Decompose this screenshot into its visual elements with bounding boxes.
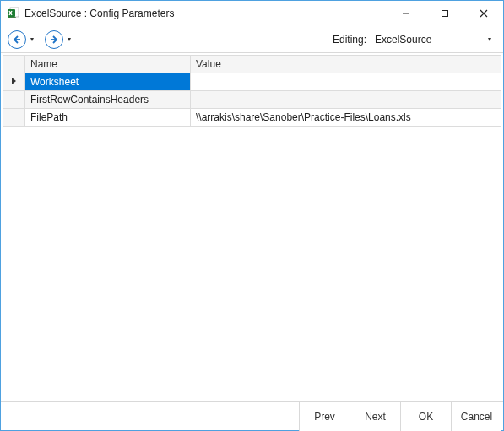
chevron-down-icon: ▾ bbox=[488, 35, 491, 43]
editing-combo[interactable]: ExcelSource ▾ bbox=[370, 30, 496, 49]
toolbar: ▾ ▾ Editing: ExcelSource ▾ bbox=[1, 26, 503, 53]
cell-value[interactable]: \\arrakis\share\Sanober\Practice-Files\L… bbox=[191, 109, 501, 127]
grid-row[interactable]: FilePath \\arrakis\share\Sanober\Practic… bbox=[3, 109, 501, 127]
prev-button[interactable]: Prev bbox=[299, 402, 350, 431]
grid-header-indicator[interactable] bbox=[3, 56, 25, 73]
ok-button[interactable]: OK bbox=[400, 402, 451, 431]
dialog-window: ExcelSource : Config Parameters ▾ ▾ Edit… bbox=[0, 0, 504, 431]
grid-area: Name Value Worksheet FirstRowContainsHea… bbox=[1, 53, 503, 401]
nav-back-dropdown[interactable]: ▾ bbox=[28, 35, 36, 43]
maximize-button[interactable] bbox=[425, 1, 464, 26]
row-indicator bbox=[3, 109, 25, 127]
grid-row[interactable]: FirstRowContainsHeaders bbox=[3, 91, 501, 109]
window-title: ExcelSource : Config Parameters bbox=[24, 8, 387, 19]
cell-name[interactable]: FirstRowContainsHeaders bbox=[25, 91, 191, 109]
app-icon bbox=[6, 7, 19, 20]
grid-row[interactable]: Worksheet bbox=[3, 73, 501, 91]
cell-name[interactable]: FilePath bbox=[25, 109, 191, 127]
row-indicator bbox=[3, 91, 25, 109]
minimize-button[interactable] bbox=[387, 1, 425, 26]
cell-value[interactable] bbox=[191, 73, 501, 91]
nav-back-button[interactable] bbox=[8, 30, 26, 49]
editing-label: Editing: bbox=[333, 34, 366, 46]
grid-header-value[interactable]: Value bbox=[191, 56, 501, 73]
parameter-grid[interactable]: Name Value Worksheet FirstRowContainsHea… bbox=[3, 55, 501, 127]
grid-header-row: Name Value bbox=[3, 56, 501, 73]
titlebar: ExcelSource : Config Parameters bbox=[1, 1, 503, 26]
window-controls bbox=[387, 1, 503, 25]
cell-value[interactable] bbox=[191, 91, 501, 109]
nav-forward-button[interactable] bbox=[45, 30, 63, 49]
next-button[interactable]: Next bbox=[350, 402, 400, 431]
grid-header-name[interactable]: Name bbox=[25, 56, 191, 73]
footer: Prev Next OK Cancel bbox=[1, 401, 503, 430]
close-button[interactable] bbox=[464, 1, 503, 26]
editing-combo-value: ExcelSource bbox=[375, 34, 431, 46]
svg-rect-4 bbox=[442, 11, 448, 17]
svg-rect-2 bbox=[8, 9, 15, 17]
nav-forward-dropdown[interactable]: ▾ bbox=[65, 35, 73, 43]
cancel-button[interactable]: Cancel bbox=[451, 402, 501, 431]
cell-name[interactable]: Worksheet bbox=[25, 73, 191, 91]
row-indicator-icon bbox=[3, 73, 25, 91]
